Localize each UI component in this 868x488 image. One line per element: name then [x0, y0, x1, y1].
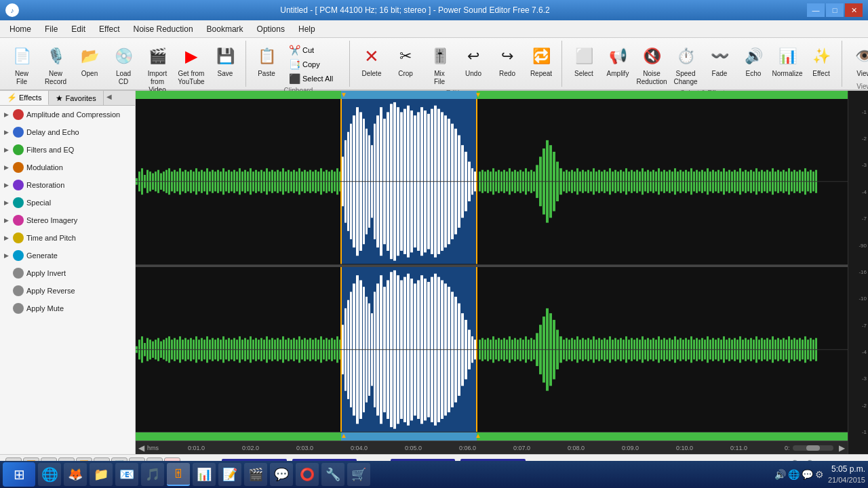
menu-edit[interactable]: Edit — [64, 22, 92, 36]
menu-effect[interactable]: Effect — [92, 22, 126, 36]
speed-change-button[interactable]: ⏱️ SpeedChange — [669, 41, 702, 88]
load-cd-button[interactable]: 💿 LoadCD — [107, 41, 140, 88]
clock-date: 21/04/2015 — [828, 475, 865, 485]
time-chevron: ▶ — [4, 235, 9, 241]
new-file-button[interactable]: 📄 NewFile — [5, 41, 38, 88]
taskbar-email[interactable]: 📧 — [115, 463, 138, 486]
taskbar-other1[interactable]: 🔧 — [321, 463, 344, 486]
timeline-nav-left[interactable]: ◀ — [136, 443, 147, 453]
menu-options[interactable]: Options — [250, 22, 292, 36]
redo-button[interactable]: ↪ Redo — [491, 41, 524, 81]
select-icon: ⬜ — [572, 44, 596, 68]
taskbar-explorer[interactable]: 📁 — [90, 463, 113, 486]
undo-button[interactable]: ↩ Undo — [457, 41, 490, 81]
menu-noise-reduction[interactable]: Noise Reduction — [127, 22, 200, 36]
apply-mute-label: Apply Mute — [26, 304, 64, 312]
time-7: 0:07.0 — [513, 445, 530, 451]
tray-icon-2[interactable]: 🌐 — [788, 469, 800, 480]
taskbar-clock: 5:05 p.m. 21/04/2015 — [828, 464, 865, 485]
db-minus16: -16 — [859, 270, 867, 275]
tray-icon-4[interactable]: ⚙ — [815, 469, 824, 480]
taskbar-opera[interactable]: ⭕ — [296, 463, 319, 486]
select-button[interactable]: ⬜ Select — [568, 41, 600, 81]
taskbar-soundeditor[interactable]: 🎚 — [167, 463, 190, 486]
amplitude-label: Amplitude and Compression — [26, 110, 120, 119]
favorites-tab[interactable]: ★ Favorites — [49, 91, 103, 105]
maximize-button[interactable]: □ — [826, 3, 844, 17]
copy-icon: 📑 — [289, 59, 300, 70]
delay-icon — [13, 127, 24, 138]
normalize-button[interactable]: 📊 Normalize — [771, 41, 804, 81]
select-all-button[interactable]: ⬛ Select All — [284, 72, 345, 85]
modulation-label: Modulation — [26, 163, 63, 171]
open-button[interactable]: 📂 Open — [73, 41, 106, 81]
delete-icon: ✕ — [359, 44, 384, 68]
apply-mute-group: Apply Mute — [0, 300, 135, 317]
selection-start-bottom-arrow: ▲ — [340, 432, 347, 439]
amplify-icon: 📢 — [606, 44, 630, 68]
repeat-button[interactable]: 🔁 Repeat — [525, 41, 557, 81]
fade-icon: 〰️ — [707, 44, 732, 68]
waveform-1-svg — [136, 99, 848, 264]
minimize-button[interactable]: — — [807, 3, 825, 17]
mix-file-button[interactable]: 🎚️ MixFile — [423, 41, 456, 88]
timeline-ruler: ◀ hms 0:01.0 0:02.0 0:03.0 0:04.0 0:05.0… — [136, 441, 848, 454]
timeline-nav-right[interactable]: ▶ — [836, 443, 848, 453]
taskbar-other2[interactable]: 🛒 — [347, 463, 370, 486]
channel-2[interactable] — [136, 267, 848, 433]
taskbar-tray: 🔊 🌐 💬 ⚙ 5:05 p.m. 21/04/2015 — [774, 464, 865, 485]
taskbar-word[interactable]: 📝 — [218, 463, 241, 486]
menu-help[interactable]: Help — [292, 22, 322, 36]
close-button[interactable]: ✕ — [845, 3, 863, 17]
delete-button[interactable]: ✕ Delete — [355, 41, 388, 81]
paste-button[interactable]: 📋 Paste — [252, 41, 281, 81]
youtube-button[interactable]: ▶ Get fromYouTube — [175, 41, 208, 88]
toolbar-editing-group: ✕ Delete ✂ Crop 🎚️ MixFile ↩ Undo ↪ Redo… — [351, 41, 562, 87]
timeline-scrollbar-thumb[interactable] — [806, 445, 820, 451]
cut-button[interactable]: ✂️ Cut — [284, 43, 345, 57]
fade-button[interactable]: 〰️ Fade — [703, 41, 736, 81]
amplitude-compression-group: ▶ Amplitude and Compression — [0, 106, 135, 123]
crop-button[interactable]: ✂ Crop — [389, 41, 422, 81]
taskbar-skype[interactable]: 💬 — [270, 463, 293, 486]
amplify-button[interactable]: 📢 Amplify — [601, 41, 634, 81]
start-button[interactable]: ⊞ — [3, 462, 35, 487]
restoration-chevron: ▶ — [4, 182, 9, 188]
waveform-area[interactable]: ▼ ▼ — [136, 91, 848, 454]
taskbar-excel[interactable]: 📊 — [193, 463, 216, 486]
menu-bookmark[interactable]: Bookmark — [200, 22, 250, 36]
menu-home[interactable]: Home — [3, 22, 38, 36]
tray-icons: 🔊 🌐 💬 ⚙ — [774, 469, 824, 480]
modulation-chevron: ▶ — [4, 164, 9, 171]
db-minus10: -10 — [859, 296, 867, 302]
tray-icon-3[interactable]: 💬 — [802, 469, 813, 480]
timeline-scrollbar[interactable] — [793, 445, 833, 451]
taskbar-firefox[interactable]: 🦊 — [64, 463, 87, 486]
menu-file[interactable]: File — [38, 22, 64, 36]
noise-reduction-button[interactable]: 🔇 NoiseReduction — [635, 41, 668, 88]
taskbar: ⊞ 🌐 🦊 📁 📧 🎵 🎚 📊 📝 🎬 💬 ⭕ 🔧 🛒 🔊 🌐 💬 ⚙ 5:05… — [0, 461, 868, 488]
new-record-button[interactable]: 🎙️ NewRecord — [39, 41, 72, 88]
copy-button[interactable]: 📑 Copy — [284, 58, 345, 71]
favorites-tab-icon: ★ — [56, 94, 63, 103]
effects-tab[interactable]: ⚡ Effects — [0, 91, 49, 105]
echo-button[interactable]: 🔊 Echo — [737, 41, 770, 81]
new-record-icon: 🎙️ — [43, 44, 68, 68]
main-area: ⚡ Effects ★ Favorites ◀ ▶ Amplitude and … — [0, 91, 868, 454]
taskbar-vlc[interactable]: 🎬 — [244, 463, 267, 486]
restoration-group: ▶ Restoration — [0, 176, 135, 194]
save-button[interactable]: 💾 Save — [209, 41, 241, 81]
taskbar-media[interactable]: 🎵 — [141, 463, 164, 486]
channel-1[interactable] — [136, 99, 848, 265]
effect-button[interactable]: ✨ Effect — [805, 41, 837, 81]
mix-file-icon: 🎚️ — [427, 44, 452, 68]
delay-label: Delay and Echo — [26, 128, 79, 136]
import-video-button[interactable]: 🎬 Importfrom Video — [141, 41, 174, 96]
view-button[interactable]: 👁️ View — [848, 41, 868, 81]
tray-icon-1[interactable]: 🔊 — [774, 469, 786, 480]
waveform-2-container — [136, 267, 848, 432]
db-minus7: -7 — [862, 216, 867, 222]
panel-collapse-arrow[interactable]: ◀ — [104, 91, 115, 105]
load-cd-icon: 💿 — [111, 44, 136, 68]
taskbar-ie[interactable]: 🌐 — [38, 463, 61, 486]
